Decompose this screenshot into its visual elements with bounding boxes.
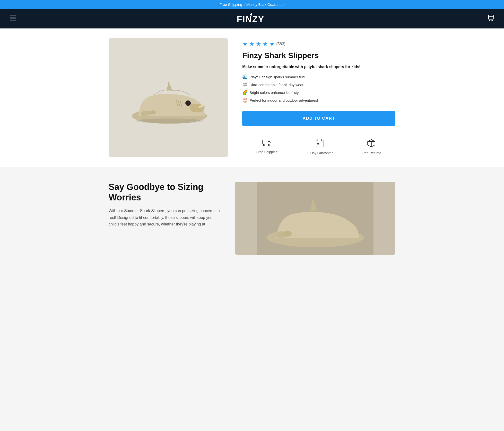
star-1: ★	[242, 41, 248, 47]
badge-guarantee: 30 Day Guarantee	[306, 139, 333, 155]
svg-rect-0	[10, 16, 16, 16]
star-5: ★	[270, 41, 275, 47]
star-2: ★	[249, 41, 254, 47]
feature-3-emoji: 🌈	[242, 90, 248, 95]
product-section: ★ ★ ★ ★ ★ (583) Finzy Shark Slippers Mak…	[109, 38, 395, 157]
svg-point-19	[263, 144, 265, 146]
top-banner: Free Shipping + Money Back Guarantee	[0, 0, 504, 9]
product-info: ★ ★ ★ ★ ★ (583) Finzy Shark Slippers Mak…	[242, 38, 395, 155]
svg-point-20	[269, 144, 270, 146]
lower-description: With our Summer Shark Slippers, you can …	[109, 207, 220, 227]
lower-title: Say Goodbye to Sizing Worries	[109, 182, 220, 203]
product-features: 🌊 Playful design sparks summer fun! 🦈 Ul…	[242, 74, 395, 103]
header: FINZY	[0, 9, 504, 28]
site-logo[interactable]: FINZY	[232, 12, 271, 26]
feature-1: 🌊 Playful design sparks summer fun!	[242, 74, 395, 80]
add-to-cart-button[interactable]: ADD TO CART	[242, 111, 395, 126]
svg-rect-1	[10, 18, 16, 19]
feature-3: 🌈 Bright colors enhance kids' style!	[242, 90, 395, 95]
product-image-container	[109, 38, 228, 157]
svg-point-7	[492, 20, 493, 21]
cart-icon[interactable]	[487, 15, 494, 23]
feature-1-text: Playful design sparks summer fun!	[250, 75, 305, 79]
feature-4: 🏖️ Perfect for indoor and outdoor advent…	[242, 98, 395, 103]
svg-point-6	[489, 20, 490, 21]
star-4: ★	[263, 41, 268, 47]
banner-text: Free Shipping + Money Back Guarantee	[219, 2, 285, 7]
badge-returns: Free Returns	[361, 139, 381, 155]
product-image	[109, 38, 228, 157]
badge-guarantee-label: 30 Day Guarantee	[306, 151, 333, 155]
lower-content: Say Goodbye to Sizing Worries With our S…	[109, 182, 395, 255]
trust-badges: Free Shipping 30 Day Guarantee	[242, 133, 395, 155]
svg-rect-21	[316, 140, 323, 147]
feature-2-emoji: 🦈	[242, 82, 248, 87]
svg-line-29	[371, 140, 375, 141]
feature-4-emoji: 🏖️	[242, 98, 248, 103]
truck-icon	[262, 139, 271, 148]
feature-3-text: Bright colors enhance kids' style!	[250, 91, 303, 95]
svg-point-17	[135, 118, 203, 123]
badge-free-shipping: Free Shipping	[256, 139, 278, 155]
svg-text:FINZY: FINZY	[237, 14, 264, 24]
product-title: Finzy Shark Slippers	[242, 51, 395, 60]
feature-4-text: Perfect for indoor and outdoor adventure…	[250, 98, 318, 103]
feature-1-emoji: 🌊	[242, 74, 248, 80]
svg-point-10	[188, 102, 189, 103]
feature-2: 🦈 Ultra-comfortable for all-day wear!	[242, 82, 395, 87]
svg-rect-25	[317, 143, 319, 144]
svg-point-33	[283, 231, 292, 237]
calendar-icon	[316, 139, 324, 149]
svg-rect-4	[488, 15, 493, 19]
lower-text: Say Goodbye to Sizing Worries With our S…	[109, 182, 220, 227]
review-count: (583)	[276, 42, 285, 46]
svg-point-16	[150, 110, 156, 114]
product-tagline: Make summer unforgettable with playful s…	[242, 64, 395, 70]
main-content: ★ ★ ★ ★ ★ (583) Finzy Shark Slippers Mak…	[0, 28, 504, 167]
box-icon	[367, 139, 376, 149]
feature-2-text: Ultra-comfortable for all-day wear!	[250, 83, 305, 87]
lower-section: Say Goodbye to Sizing Worries With our S…	[0, 167, 504, 269]
stars-row: ★ ★ ★ ★ ★ (583)	[242, 41, 395, 47]
svg-rect-2	[10, 20, 16, 20]
star-3: ★	[256, 41, 261, 47]
lower-image	[235, 182, 395, 255]
svg-point-9	[185, 101, 191, 106]
svg-line-28	[368, 140, 371, 141]
badge-returns-label: Free Returns	[361, 151, 381, 155]
badge-shipping-label: Free Shipping	[256, 150, 278, 154]
menu-icon[interactable]	[10, 16, 16, 22]
svg-rect-18	[263, 140, 268, 144]
